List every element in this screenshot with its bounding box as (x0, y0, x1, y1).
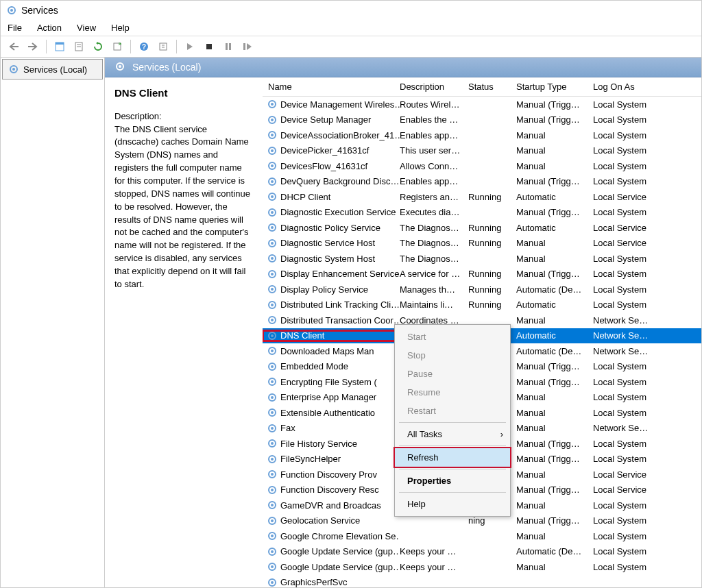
svg-text:?: ? (142, 43, 146, 51)
menu-help[interactable]: Help (111, 23, 130, 33)
options-button[interactable] (156, 39, 171, 54)
table-row[interactable]: Google Update Service (gup…Keeps your …A… (263, 544, 701, 560)
menu-action[interactable]: Action (37, 23, 62, 33)
table-row[interactable]: Diagnostic System HostThe Diagnos…Manual… (263, 251, 701, 267)
table-row[interactable]: Device Setup ManagerEnables the …Manual … (263, 112, 701, 128)
service-name-cell: DHCP Client (263, 191, 400, 202)
gear-icon (8, 64, 19, 75)
svg-point-24 (271, 119, 274, 121)
cell-logon: Local System (593, 114, 667, 125)
export-list-button[interactable] (110, 39, 125, 54)
detail-desc-text: The DNS Client service (dnscache) caches… (114, 123, 253, 291)
stop-service-button[interactable] (202, 39, 217, 54)
service-name-cell: GameDVR and Broadcas (263, 500, 400, 511)
table-row[interactable]: Google Chrome Elevation Se…ManualLocal S… (263, 528, 701, 544)
cell-logon: Local Service (593, 485, 667, 495)
column-startup-type[interactable]: Startup Type (516, 82, 593, 92)
table-row[interactable]: Display Enhancement ServiceA service for… (263, 267, 701, 282)
service-name-cell: Enterprise App Manager (263, 392, 400, 403)
menu-view[interactable]: View (77, 23, 96, 33)
table-row[interactable]: DevQuery Background Disc…Enables app…Man… (263, 174, 701, 190)
column-log-on-as[interactable]: Log On As (593, 82, 667, 92)
service-name-cell: Embedded Mode (263, 361, 400, 372)
cell-desc: The Diagnos… (400, 254, 468, 264)
column-description[interactable]: Description (400, 82, 468, 92)
table-row[interactable]: Display Policy ServiceManages th…Running… (263, 282, 701, 297)
cell-startup: Manual (Trigg… (516, 485, 593, 495)
cell-desc: Executes dia… (400, 207, 468, 217)
gear-icon (267, 469, 278, 480)
gear-icon (267, 423, 278, 434)
svg-point-54 (271, 350, 274, 352)
service-name-cell: Google Update Service (gup… (263, 546, 400, 557)
table-row[interactable]: Diagnostic Policy ServiceThe Diagnos…Run… (263, 220, 701, 236)
table-row[interactable]: DHCP ClientRegisters an…RunningAutomatic… (263, 189, 701, 205)
cell-desc: Keeps your … (400, 562, 468, 572)
cell-logon: Local System (593, 361, 667, 371)
ctx-help[interactable]: Help (395, 495, 510, 513)
detail-title: DNS Client (114, 86, 253, 101)
table-row[interactable]: Diagnostic Execution ServiceExecutes dia… (263, 205, 701, 221)
svg-point-74 (271, 504, 274, 506)
svg-point-48 (271, 304, 274, 306)
table-row[interactable]: Diagnostic Service HostThe Diagnos…Runni… (263, 236, 701, 252)
service-name-cell: Google Chrome Elevation Se… (263, 530, 400, 541)
cell-desc: Maintains li… (400, 299, 468, 310)
svg-rect-13 (206, 44, 212, 49)
table-row[interactable]: Distributed Link Tracking Cli…Maintains … (263, 297, 701, 313)
refresh-button[interactable] (90, 39, 106, 54)
gear-icon (267, 361, 278, 372)
ctx-refresh[interactable]: Refresh (395, 448, 510, 467)
cell-startup: Automatic (516, 330, 593, 341)
cell-logon: Network Se… (593, 315, 667, 326)
show-hide-console-tree-button[interactable] (52, 39, 67, 54)
help-button[interactable]: ? (136, 39, 152, 54)
sidebar-item-services-local[interactable]: Services (Local) (2, 59, 103, 79)
service-name-cell: GraphicsPerfSvc (263, 577, 400, 587)
pause-service-button[interactable] (221, 39, 236, 54)
table-row[interactable]: GraphicsPerfSvc (263, 575, 701, 588)
table-row[interactable]: Google Update Service (gup…Keeps your …M… (263, 559, 701, 575)
cell-logon: Network Se… (593, 423, 667, 433)
table-row[interactable]: Device Management Wireles…Routes Wirel…M… (263, 97, 701, 112)
column-name[interactable]: Name (263, 82, 400, 92)
svg-point-56 (271, 365, 274, 368)
body: Services (Local) Services (Local) DNS Cl… (1, 58, 701, 587)
gear-icon (267, 130, 278, 140)
ctx-start: Start (395, 328, 510, 346)
service-name-cell: Distributed Link Tracking Cli… (263, 299, 400, 310)
back-button[interactable] (6, 39, 21, 54)
table-row[interactable]: DevicePicker_41631cfThis user ser…Manual… (263, 143, 701, 159)
properties-button[interactable] (71, 39, 86, 54)
gear-icon (267, 222, 278, 233)
svg-point-44 (271, 273, 274, 275)
svg-point-52 (271, 334, 274, 337)
menu-file[interactable]: File (8, 23, 22, 33)
svg-point-76 (271, 519, 274, 522)
table-row[interactable]: DevicesFlow_41631cfAllows Conn…ManualLoc… (263, 158, 701, 174)
separator (176, 40, 177, 53)
gear-icon (267, 561, 278, 572)
service-name-cell: Diagnostic Service Host (263, 238, 400, 249)
svg-rect-14 (226, 43, 228, 50)
gear-icon (267, 392, 278, 403)
cell-startup: Manual (516, 161, 593, 171)
column-status[interactable]: Status (468, 82, 516, 92)
gear-icon (267, 191, 278, 202)
start-service-button[interactable] (182, 39, 197, 54)
cell-logon: Network Se… (593, 346, 667, 356)
separator (399, 422, 506, 423)
svg-point-60 (271, 396, 274, 399)
service-name-cell: Downloaded Maps Man (263, 345, 400, 356)
cell-desc: Keeps your … (400, 546, 468, 556)
svg-point-30 (271, 164, 274, 167)
ctx-properties[interactable]: Properties (395, 471, 510, 490)
table-row[interactable]: DeviceAssociationBroker_41…Enables app…M… (263, 127, 701, 143)
ctx-all-tasks[interactable]: All Tasks› (395, 425, 510, 443)
gear-icon (267, 376, 278, 387)
cell-startup: Manual (516, 130, 593, 140)
restart-service-button[interactable] (240, 39, 255, 54)
cell-startup: Manual (516, 423, 593, 433)
forward-button[interactable] (25, 39, 40, 54)
separator (399, 445, 506, 446)
